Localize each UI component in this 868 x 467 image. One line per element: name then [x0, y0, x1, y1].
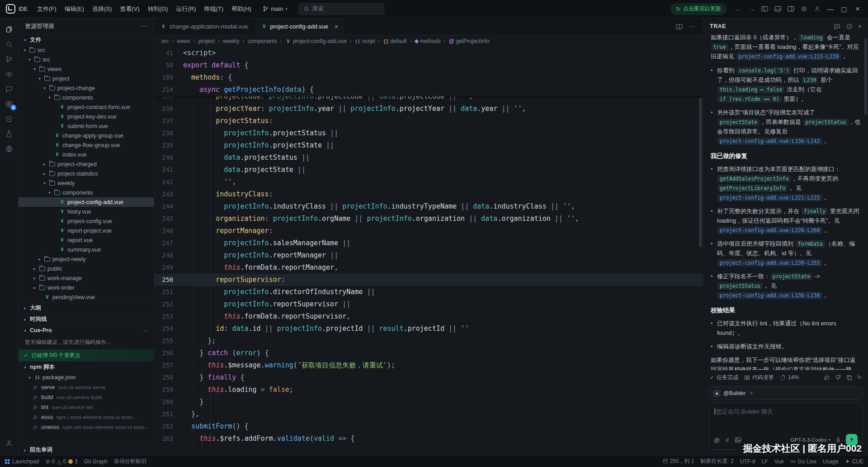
history-icon[interactable]	[846, 23, 853, 30]
code-line[interactable]: 262 submitForm() {	[154, 420, 703, 433]
tree-file[interactable]: Vsubmit-form.vue	[19, 121, 154, 131]
npm-script-item[interactable]: buildvue-cli-service build	[19, 392, 154, 402]
code-line[interactable]: 246 reportManager:	[154, 225, 703, 237]
breadcrumb-item[interactable]: methods	[415, 38, 441, 44]
new-chat-icon[interactable]	[834, 23, 840, 30]
line-number[interactable]: 214	[154, 84, 183, 96]
code-line[interactable]: 244 projectInfo.industryClass || project…	[154, 200, 703, 213]
code-reference-link[interactable]: project-config-add.vue:L230-L255	[717, 259, 822, 267]
line-number[interactable]: 254	[154, 323, 183, 335]
more-actions-icon[interactable]: ⋯	[144, 327, 150, 334]
toggle-right-panel-icon[interactable]	[784, 6, 797, 12]
code-line[interactable]: 235 projectCode: projectInfo.projectCode…	[154, 96, 703, 103]
code-line[interactable]: 214 async getProjectInfo(data) {	[154, 84, 703, 96]
code-reference-link[interactable]: project-config-add.vue:L226-L260	[717, 227, 822, 234]
line-number[interactable]: 253	[154, 310, 183, 323]
code-line[interactable]: 248 projectInfo.reportManager ||	[154, 249, 703, 262]
breadcrumb-item[interactable]: components	[248, 38, 277, 44]
tab-project-config-add[interactable]: V project-config-add.vue ×	[255, 18, 345, 35]
line-number[interactable]: 242	[154, 176, 183, 188]
close-panel-icon[interactable]: ×	[858, 23, 862, 30]
cursor-position-button[interactable]: 行 250，列 1	[663, 457, 694, 465]
eol-button[interactable]: LF	[762, 458, 768, 465]
line-number[interactable]: 262	[154, 420, 183, 433]
line-number[interactable]: 239	[154, 139, 183, 152]
tree-folder[interactable]: ▸project-newly	[19, 254, 154, 264]
thumbs-up-icon[interactable]	[824, 374, 830, 381]
code-reference-link[interactable]: project-config-add.vue:L221-L225	[717, 194, 822, 201]
tree-file[interactable]: Vproject-config.vue	[19, 216, 154, 226]
breadcrumb-item[interactable]: src	[161, 38, 169, 44]
npm-package-json[interactable]: ▾{}package.json	[19, 372, 154, 382]
tree-folder[interactable]: ▾components	[19, 93, 154, 102]
code-line[interactable]: 250 reportSupervisor:	[154, 274, 703, 286]
tree-folder[interactable]: ▾src	[19, 55, 154, 64]
code-line[interactable]: 239 projectInfo.projectState ||	[154, 139, 703, 152]
account-person-icon[interactable]	[0, 436, 18, 451]
line-number[interactable]: 241	[154, 164, 183, 176]
line-number[interactable]: 250	[154, 274, 183, 286]
auto-analysis-button[interactable]: 自动分析标识	[114, 457, 146, 465]
close-button[interactable]: ×	[851, 5, 864, 13]
global-search[interactable]: 搜索	[298, 3, 384, 15]
more-actions-icon[interactable]: ⋯	[689, 23, 696, 31]
tree-file[interactable]: Vproject-contract-form.vue	[19, 102, 154, 112]
tree-folder[interactable]: ▾components	[19, 188, 154, 197]
code-line[interactable]: 240 data.projectStatus ||	[154, 152, 703, 164]
plugin-circle-icon[interactable]	[0, 111, 18, 126]
breadcrumb-item[interactable]: {}default	[383, 38, 407, 44]
line-number[interactable]: 235	[154, 96, 183, 103]
split-editor-icon[interactable]	[676, 24, 683, 30]
mention-icon[interactable]: @	[714, 437, 720, 443]
code-line[interactable]: 258 } finally {	[154, 372, 703, 384]
tree-folder[interactable]: ▸public	[19, 264, 154, 273]
hash-icon[interactable]: #	[726, 437, 729, 443]
code-line[interactable]: 260 }	[154, 396, 703, 408]
indentation-button[interactable]: 制表符长度: 2	[700, 457, 733, 465]
line-number[interactable]: 41	[154, 47, 183, 59]
menu-item[interactable]: 帮助(H)	[227, 3, 255, 15]
code-line[interactable]: 263 this.$refs.addForm.validate(valid =>…	[154, 433, 703, 445]
chat-scrollbar[interactable]	[864, 38, 867, 115]
breadcrumb-item[interactable]: weekly	[223, 38, 240, 44]
remove-context-icon[interactable]: ×	[750, 390, 753, 396]
tree-folder[interactable]: ▾weekly	[19, 178, 154, 188]
attach-image-icon[interactable]	[735, 437, 741, 443]
code-line[interactable]: 245 organization: projectInfo.orgName ||…	[154, 213, 703, 225]
code-line[interactable]: 252 projectInfo.reportSupervisor ||	[154, 298, 703, 310]
code-changes-button[interactable]: 代码变更	[744, 374, 774, 381]
section-strange-words[interactable]: ▸陌生单词	[19, 444, 154, 455]
tab-change-application-modal[interactable]: V change-application-modal.vue	[154, 18, 255, 35]
code-line[interactable]: 238 projectInfo.projectStatus ||	[154, 127, 703, 139]
line-number[interactable]: 260	[154, 396, 183, 408]
line-number[interactable]: 237	[154, 115, 183, 127]
trae-logo[interactable]	[6, 4, 15, 14]
tree-folder[interactable]: ▸work-manage	[19, 273, 154, 283]
tree-file[interactable]: Vproject-config-add.vue	[19, 197, 154, 207]
line-number[interactable]: 243	[154, 188, 183, 200]
npm-script-item[interactable]: lintvue-cli-service lint	[19, 402, 154, 412]
tree-file[interactable]: Vreport-project.vue	[19, 226, 154, 235]
extensions-grid-icon[interactable]: 5	[0, 96, 18, 111]
preview-eye-icon[interactable]	[0, 67, 18, 81]
line-number[interactable]: 246	[154, 225, 183, 237]
branch-selector[interactable]: main ▾	[263, 6, 288, 12]
chat-view-icon[interactable]	[0, 81, 18, 96]
tree-file[interactable]: Vreport.vue	[19, 235, 154, 245]
line-number[interactable]: 249	[154, 262, 183, 274]
test-flask-icon[interactable]	[0, 126, 18, 141]
menu-item[interactable]: 转到(G)	[144, 3, 172, 15]
code-line[interactable]: 247 projectInfo.salesManagerName ||	[154, 237, 703, 249]
restart-to-update-button[interactable]: ↻ 点击重启以更新	[670, 3, 726, 15]
line-number[interactable]: 238	[154, 127, 183, 139]
breadcrumb-item[interactable]: @getProjectInfo	[449, 38, 490, 44]
npm-script-item[interactable]: uneossnpm uni eoss-element eoss-ui eoss-…	[19, 422, 154, 432]
source-control-icon[interactable]	[0, 52, 18, 67]
line-number[interactable]: 261	[154, 408, 183, 420]
code-line[interactable]: 237 projectStatus:	[154, 115, 703, 127]
line-number[interactable]: 50	[154, 59, 183, 71]
forward-button[interactable]: →	[745, 5, 758, 13]
explorer-icon[interactable]	[0, 22, 18, 37]
code-line[interactable]: 261 },	[154, 408, 703, 420]
line-number[interactable]: 258	[154, 372, 183, 384]
